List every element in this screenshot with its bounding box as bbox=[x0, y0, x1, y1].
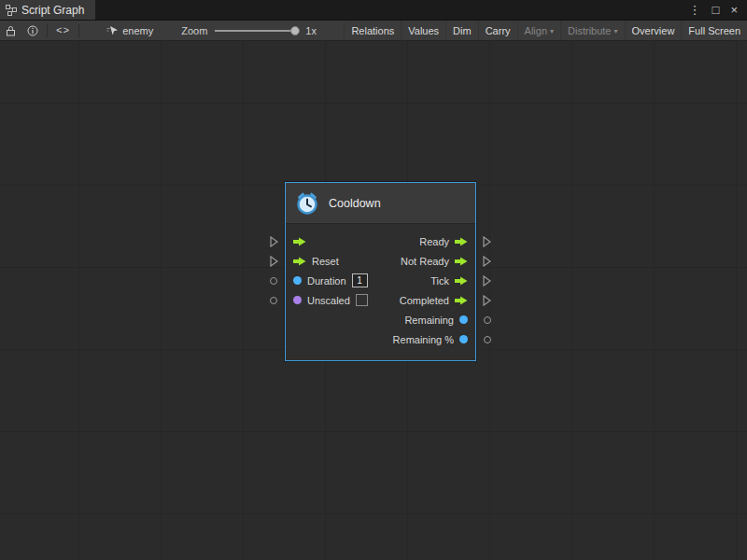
node-row: Reset Not Ready bbox=[286, 251, 475, 271]
value-input-connector[interactable] bbox=[270, 277, 277, 285]
value-port-icon bbox=[459, 315, 468, 324]
relations-label: Relations bbox=[351, 25, 394, 36]
port-label: Remaining bbox=[404, 315, 454, 326]
value-port-icon bbox=[293, 276, 302, 285]
toolbar-separator bbox=[78, 24, 79, 37]
graph-toolbar: <> enemy Zoom 1x Relations Values Dim Ca… bbox=[0, 21, 747, 41]
zoom-label: Zoom bbox=[181, 25, 207, 36]
chevron-down-icon: ▾ bbox=[550, 27, 554, 35]
zoom-control: Zoom 1x bbox=[181, 25, 317, 36]
flow-input-connector[interactable] bbox=[270, 256, 278, 267]
align-button: Align ▾ bbox=[517, 21, 560, 40]
info-button[interactable] bbox=[21, 21, 44, 40]
tab-title: Script Graph bbox=[21, 4, 84, 17]
node-row: Duration Tick bbox=[286, 271, 475, 290]
maximize-icon[interactable]: □ bbox=[712, 4, 720, 16]
port-label: Reset bbox=[312, 256, 339, 267]
relations-button[interactable]: Relations bbox=[344, 21, 401, 40]
port-not-ready[interactable]: Not Ready bbox=[401, 256, 468, 267]
value-output-connector[interactable] bbox=[484, 316, 491, 324]
chevron-down-icon: ▾ bbox=[614, 27, 618, 35]
value-port-icon bbox=[459, 335, 468, 343]
distribute-label: Distribute bbox=[568, 25, 611, 36]
flow-output-connector[interactable] bbox=[483, 275, 491, 287]
graph-breadcrumb[interactable]: enemy bbox=[99, 25, 161, 36]
lock-button[interactable] bbox=[0, 21, 21, 40]
cooldown-node[interactable]: Cooldown Ready bbox=[285, 182, 476, 361]
tab-script-graph[interactable]: Script Graph bbox=[0, 0, 95, 20]
port-label: Remaining % bbox=[393, 334, 454, 345]
zoom-slider-handle[interactable] bbox=[290, 26, 300, 35]
overview-button[interactable]: Overview bbox=[625, 21, 682, 40]
flow-arrow-icon bbox=[455, 296, 468, 305]
values-label: Values bbox=[408, 25, 439, 36]
port-label: Not Ready bbox=[401, 256, 449, 267]
alarm-clock-icon bbox=[295, 191, 319, 216]
port-tick[interactable]: Tick bbox=[430, 275, 468, 287]
titlebar-spacer bbox=[95, 0, 679, 20]
port-label: Tick bbox=[430, 275, 449, 287]
code-view-button[interactable]: <> bbox=[50, 21, 76, 40]
values-button[interactable]: Values bbox=[401, 21, 445, 40]
flow-arrow-icon bbox=[455, 257, 468, 266]
unscaled-checkbox[interactable] bbox=[356, 294, 368, 306]
info-icon bbox=[27, 25, 38, 36]
window-menu-icon[interactable]: ⋮ bbox=[689, 4, 701, 16]
port-remaining-percent[interactable]: Remaining % bbox=[393, 334, 468, 345]
close-icon[interactable]: × bbox=[730, 4, 738, 16]
overview-label: Overview bbox=[632, 25, 675, 36]
window-controls: ⋮ □ × bbox=[680, 0, 747, 20]
code-icon: <> bbox=[56, 25, 70, 36]
carry-label: Carry bbox=[486, 25, 511, 36]
port-remaining[interactable]: Remaining bbox=[404, 315, 468, 326]
port-unscaled[interactable]: Unscaled bbox=[293, 294, 368, 306]
window-titlebar: Script Graph ⋮ □ × bbox=[0, 0, 747, 21]
flow-arrow-icon bbox=[455, 237, 468, 246]
distribute-button: Distribute ▾ bbox=[560, 21, 624, 40]
flow-arrow-icon bbox=[293, 237, 306, 246]
flow-arrow-icon bbox=[293, 257, 306, 266]
dim-button[interactable]: Dim bbox=[445, 21, 478, 40]
flow-output-connector[interactable] bbox=[483, 256, 491, 267]
port-duration[interactable]: Duration bbox=[293, 273, 368, 287]
flow-input-connector[interactable] bbox=[270, 236, 278, 247]
flow-arrow-icon bbox=[455, 276, 468, 286]
node-row: Ready bbox=[286, 231, 475, 251]
node-body: Ready Reset bbox=[286, 224, 475, 360]
graph-name: enemy bbox=[122, 25, 153, 36]
graph-icon bbox=[6, 5, 17, 16]
align-label: Align bbox=[525, 25, 547, 36]
flow-output-connector[interactable] bbox=[483, 295, 491, 306]
value-port-icon bbox=[293, 296, 302, 304]
flow-output-connector[interactable] bbox=[483, 236, 491, 247]
value-output-connector[interactable] bbox=[484, 336, 491, 343]
port-reset[interactable]: Reset bbox=[293, 256, 339, 267]
graph-canvas[interactable]: Cooldown Ready bbox=[0, 41, 747, 560]
node-title: Cooldown bbox=[329, 197, 381, 210]
node-row: Remaining % bbox=[286, 329, 475, 349]
full-screen-label: Full Screen bbox=[688, 25, 740, 36]
value-input-connector[interactable] bbox=[270, 297, 277, 304]
dim-label: Dim bbox=[453, 25, 472, 36]
node-header[interactable]: Cooldown bbox=[286, 183, 475, 224]
port-label: Completed bbox=[400, 295, 449, 306]
zoom-slider[interactable] bbox=[215, 30, 297, 32]
port-ready[interactable]: Ready bbox=[419, 236, 468, 247]
node-row: Unscaled Completed bbox=[286, 290, 475, 310]
full-screen-button[interactable]: Full Screen bbox=[681, 21, 747, 40]
port-completed[interactable]: Completed bbox=[400, 295, 468, 306]
duration-input[interactable] bbox=[352, 273, 368, 287]
port-label: Ready bbox=[419, 236, 449, 247]
pointer-icon bbox=[106, 25, 119, 36]
lock-icon bbox=[6, 25, 16, 36]
toolbar-buttons: Relations Values Dim Carry Align ▾ Distr… bbox=[344, 21, 747, 40]
flow-input-port[interactable] bbox=[293, 237, 306, 246]
zoom-value: 1x bbox=[305, 25, 317, 36]
port-label: Duration bbox=[307, 275, 346, 287]
toolbar-separator bbox=[47, 24, 48, 37]
port-label: Unscaled bbox=[307, 295, 350, 306]
node-row: Remaining bbox=[286, 310, 475, 329]
carry-button[interactable]: Carry bbox=[478, 21, 517, 40]
